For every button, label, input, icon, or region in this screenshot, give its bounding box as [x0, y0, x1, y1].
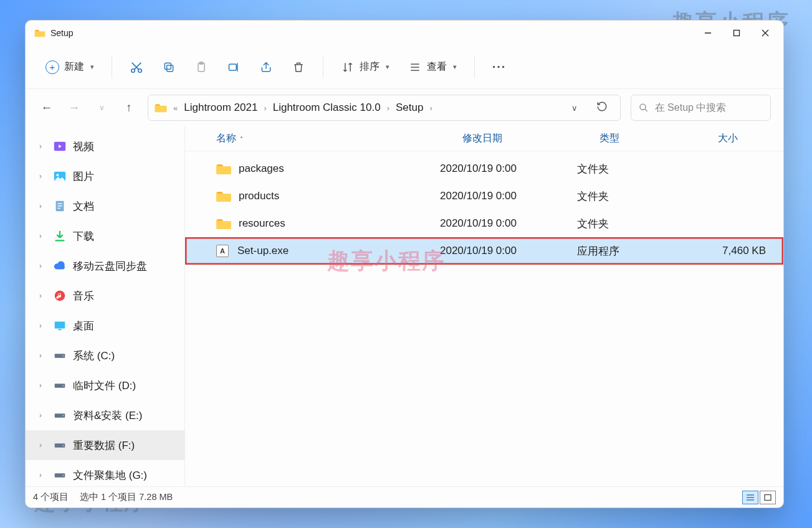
- svg-rect-7: [165, 63, 171, 69]
- search-input[interactable]: [655, 102, 763, 113]
- chevron-right-icon: ›: [39, 291, 47, 300]
- file-date: 2020/10/19 0:00: [440, 190, 577, 202]
- nav-item-6[interactable]: ›桌面: [26, 311, 184, 341]
- col-name[interactable]: 名称: [216, 133, 236, 143]
- address-bar[interactable]: « Lightroom 2021 › Lightroom Classic 10.…: [148, 95, 621, 121]
- new-button[interactable]: + 新建 ▾: [38, 55, 102, 79]
- nav-item-9[interactable]: ›资料&安装 (E:): [26, 400, 184, 430]
- nav-item-label: 系统 (C:): [73, 349, 115, 363]
- cut-button[interactable]: [122, 55, 151, 79]
- chevron-right-icon[interactable]: ›: [387, 103, 389, 113]
- file-date: 2020/10/19 0:00: [440, 217, 577, 230]
- nav-item-11[interactable]: ›文件聚集地 (G:): [26, 460, 184, 486]
- chevron-right-icon[interactable]: ›: [429, 103, 432, 113]
- close-button[interactable]: [751, 23, 780, 43]
- file-type: 文件夹: [577, 217, 695, 231]
- column-headers[interactable]: 名称˄ 修改日期 类型 大小: [185, 126, 783, 151]
- nav-item-4[interactable]: ›移动云盘同步盘: [26, 251, 184, 281]
- file-name: resources: [239, 217, 285, 230]
- file-row[interactable]: ASet-up.exe2020/10/19 0:00应用程序7,460 KB: [185, 237, 783, 265]
- file-size: 7,460 KB: [695, 245, 783, 257]
- plus-icon: +: [45, 60, 59, 74]
- nav-item-2[interactable]: ›文档: [26, 191, 184, 221]
- breadcrumb-b[interactable]: Lightroom Classic 10.0: [273, 101, 381, 114]
- more-button[interactable]: ···: [485, 55, 513, 79]
- drive-icon: [53, 349, 67, 362]
- ellipsis-icon: ···: [492, 60, 506, 74]
- clipboard-icon: [194, 60, 208, 74]
- large-icons-view-button[interactable]: [760, 491, 776, 504]
- breadcrumb-c[interactable]: Setup: [396, 101, 423, 114]
- view-button[interactable]: 查看 ▾: [401, 55, 464, 79]
- sort-button[interactable]: 排序 ▾: [333, 55, 397, 79]
- recent-dropdown[interactable]: ∨: [93, 99, 110, 116]
- nav-item-8[interactable]: ›临时文件 (D:): [26, 370, 184, 400]
- folder-icon: [216, 216, 231, 231]
- music-icon: [53, 289, 67, 303]
- nav-item-0[interactable]: ›视频: [26, 131, 184, 161]
- up-button[interactable]: ↑: [120, 99, 138, 116]
- file-type: 应用程序: [577, 244, 695, 258]
- copy-button[interactable]: [155, 55, 183, 79]
- nav-item-3[interactable]: ›下载: [26, 221, 184, 251]
- file-list[interactable]: packages2020/10/19 0:00文件夹products2020/1…: [185, 151, 783, 486]
- nav-item-1[interactable]: ›图片: [26, 161, 184, 191]
- address-row: ← → ∨ ↑ « Lightroom 2021 › Lightroom Cla…: [26, 89, 783, 126]
- details-view-button[interactable]: [742, 491, 758, 504]
- file-date: 2020/10/19 0:00: [440, 245, 577, 257]
- paste-button[interactable]: [187, 55, 216, 79]
- chevron-down-icon: ▾: [90, 63, 94, 71]
- col-size[interactable]: 大小: [718, 133, 738, 143]
- breadcrumb-a[interactable]: Lightroom 2021: [184, 101, 257, 114]
- copy-icon: [162, 60, 176, 74]
- svg-point-27: [63, 415, 64, 417]
- rename-icon: [227, 60, 241, 74]
- downloads-icon: [53, 229, 67, 243]
- chevron-right-icon: ›: [39, 351, 47, 360]
- nav-item-label: 桌面: [73, 319, 94, 333]
- back-button[interactable]: ←: [38, 99, 55, 116]
- nav-item-7[interactable]: ›系统 (C:): [26, 341, 184, 370]
- forward-button[interactable]: →: [65, 99, 83, 116]
- minimize-button[interactable]: [694, 23, 722, 43]
- svg-point-11: [640, 104, 646, 110]
- chevron-right-icon: ›: [39, 202, 47, 210]
- share-button[interactable]: [252, 55, 280, 79]
- refresh-button[interactable]: [590, 98, 614, 117]
- maximize-button[interactable]: [722, 23, 751, 43]
- file-row[interactable]: packages2020/10/19 0:00文件夹: [185, 155, 783, 182]
- svg-rect-1: [734, 31, 740, 36]
- navigation-pane[interactable]: ›视频›图片›文档›下载›移动云盘同步盘›音乐›桌面›系统 (C:)›临时文件 …: [26, 126, 184, 486]
- file-row[interactable]: products2020/10/19 0:00文件夹: [185, 182, 783, 210]
- trash-icon: [292, 60, 305, 74]
- window-title: Setup: [50, 28, 74, 38]
- nav-item-label: 临时文件 (D:): [73, 379, 136, 393]
- col-date[interactable]: 修改日期: [462, 133, 502, 143]
- chevron-down-icon: ▾: [386, 63, 389, 71]
- nav-item-label: 文件聚集地 (G:): [73, 468, 147, 483]
- folder-icon: [216, 189, 231, 204]
- chevron-right-icon: ›: [39, 381, 47, 390]
- chevron-down-icon: ▾: [453, 63, 457, 71]
- address-dropdown[interactable]: ∨: [565, 101, 584, 115]
- watermark-mid: 趣享小程序: [327, 246, 446, 276]
- svg-point-29: [63, 445, 64, 446]
- nav-item-label: 音乐: [73, 289, 94, 303]
- search-box[interactable]: [631, 95, 771, 121]
- titlebar[interactable]: Setup: [26, 21, 783, 45]
- rename-button[interactable]: [219, 55, 248, 79]
- file-row[interactable]: resources2020/10/19 0:00文件夹: [185, 210, 783, 237]
- nav-item-label: 下载: [73, 229, 94, 243]
- nav-item-5[interactable]: ›音乐: [26, 281, 184, 311]
- chevron-right-icon[interactable]: ›: [264, 103, 266, 113]
- nav-item-10[interactable]: ›重要数据 (F:): [26, 430, 184, 460]
- chevron-right-icon: ›: [39, 142, 47, 151]
- documents-icon: [53, 199, 67, 213]
- file-name: products: [239, 190, 279, 202]
- delete-button[interactable]: [284, 55, 313, 79]
- file-name: packages: [239, 163, 284, 175]
- scissors-icon: [130, 60, 143, 74]
- col-type[interactable]: 类型: [599, 133, 619, 143]
- svg-rect-18: [57, 208, 60, 209]
- status-count: 4 个项目: [33, 491, 69, 503]
